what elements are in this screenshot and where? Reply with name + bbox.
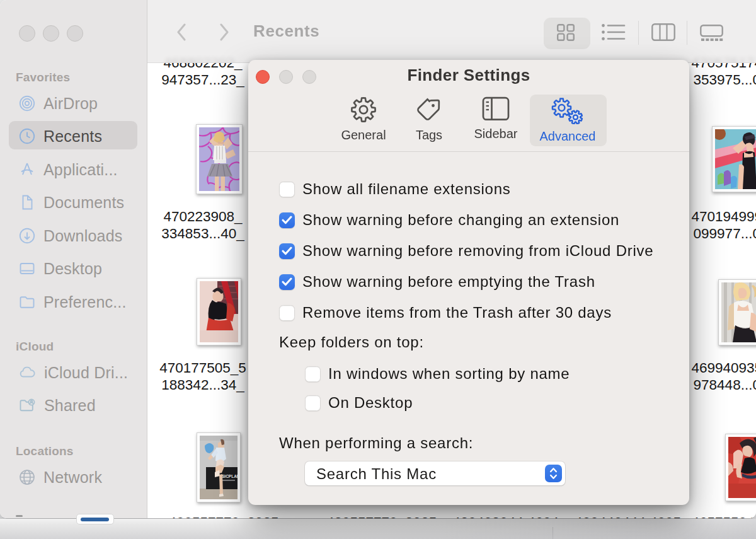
svg-text:SICPLAN: SICPLAN xyxy=(222,474,238,478)
